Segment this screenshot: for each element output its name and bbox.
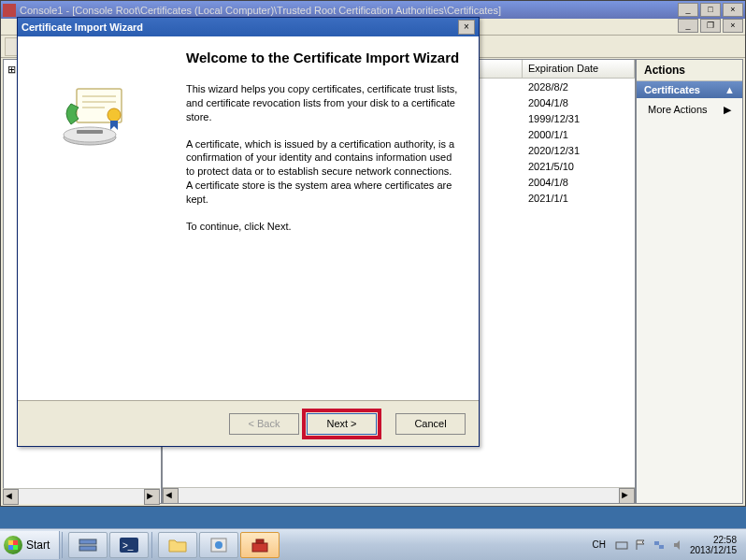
back-button: < Back: [229, 413, 299, 435]
taskbar-pinned-powershell[interactable]: >_: [109, 532, 149, 558]
svg-rect-17: [654, 541, 659, 545]
language-indicator[interactable]: CH: [588, 538, 609, 552]
system-tray: CH 22:58 2013/12/15: [582, 529, 746, 560]
start-button[interactable]: Start: [0, 531, 60, 559]
actions-category[interactable]: Certificates ▲: [637, 81, 742, 98]
cancel-button[interactable]: Cancel: [395, 413, 466, 435]
chevron-up-icon: ▲: [724, 84, 735, 95]
toolbox-icon: [250, 537, 270, 553]
svg-point-6: [64, 127, 116, 142]
taskbar-separator: [62, 532, 65, 558]
svg-point-13: [215, 541, 222, 549]
actions-category-label: Certificates: [644, 84, 700, 95]
clock-time: 22:58: [690, 535, 737, 545]
svg-rect-18: [659, 545, 664, 549]
wizard-button-row: < Back Next > Cancel: [18, 401, 479, 446]
taskbar-pinned-server-manager[interactable]: [68, 532, 108, 558]
taskbar-app-mmc[interactable]: [199, 532, 238, 558]
maximize-button[interactable]: □: [700, 3, 721, 17]
scroll-right-button[interactable]: ►: [619, 488, 635, 504]
scroll-track[interactable]: [19, 489, 144, 504]
svg-text:>_: >_: [122, 540, 134, 551]
more-actions-item[interactable]: More Actions ▶: [637, 98, 742, 122]
more-actions-label: More Actions: [648, 104, 708, 116]
actions-pane: Actions Certificates ▲ More Actions ▶: [636, 59, 743, 504]
taskbar-separator: [151, 532, 155, 558]
windows-logo-icon: [4, 536, 22, 554]
server-icon: [78, 537, 98, 553]
svg-rect-16: [616, 542, 627, 549]
certificate-icon: [50, 83, 135, 158]
start-label: Start: [26, 538, 50, 552]
svg-rect-15: [256, 539, 264, 543]
minimize-button[interactable]: _: [678, 3, 698, 17]
wizard-sidebar: [18, 36, 167, 400]
scroll-left-button[interactable]: ◄: [163, 488, 179, 504]
network-icon[interactable]: [653, 538, 666, 552]
next-button[interactable]: Next >: [307, 413, 377, 435]
svg-rect-8: [79, 539, 96, 544]
svg-rect-7: [77, 130, 103, 134]
mdi-restore-button[interactable]: ❐: [700, 19, 721, 33]
wizard-close-button[interactable]: ×: [458, 20, 475, 35]
powershell-icon: >_: [119, 537, 139, 553]
folder-icon: [167, 537, 188, 553]
scroll-track[interactable]: [179, 488, 619, 503]
scroll-left-button[interactable]: ◄: [3, 489, 19, 504]
mdi-minimize-button[interactable]: _: [678, 19, 698, 33]
keyboard-icon[interactable]: [615, 538, 628, 552]
taskbar: Start >_ CH 22:58 2013/12/15: [0, 528, 746, 560]
mmc-app-icon: [3, 4, 16, 17]
wizard-titlebar[interactable]: Certificate Import Wizard ×: [18, 18, 479, 36]
mdi-close-button[interactable]: ×: [723, 19, 743, 33]
wizard-paragraph: To continue, click Next.: [186, 220, 460, 234]
wizard-heading: Welcome to the Certificate Import Wizard: [186, 50, 460, 65]
close-button[interactable]: ×: [723, 3, 743, 17]
wizard-paragraph: A certificate, which is issued by a cert…: [186, 137, 460, 207]
mmc-icon: [208, 537, 229, 553]
svg-point-4: [108, 108, 121, 122]
clock-date: 2013/12/15: [690, 545, 737, 555]
actions-header: Actions: [637, 60, 742, 81]
flag-icon[interactable]: [634, 538, 647, 552]
mmc-title: Console1 - [Console Root\Certificates (L…: [20, 5, 678, 16]
wizard-title: Certificate Import Wizard: [22, 22, 458, 33]
svg-rect-9: [79, 546, 96, 551]
svg-rect-14: [252, 543, 267, 552]
certificate-import-wizard: Certificate Import Wizard × Welcome to t…: [17, 17, 480, 447]
scroll-right-button[interactable]: ►: [144, 489, 160, 504]
taskbar-app-explorer[interactable]: [158, 532, 197, 558]
wizard-paragraph: This wizard helps you copy certificates,…: [186, 82, 460, 124]
clock[interactable]: 22:58 2013/12/15: [690, 535, 740, 555]
chevron-right-icon: ▶: [724, 104, 731, 116]
column-expiration[interactable]: Expiration Date: [523, 60, 635, 78]
volume-icon[interactable]: [671, 538, 684, 552]
wizard-main: Welcome to the Certificate Import Wizard…: [167, 36, 479, 400]
taskbar-app-toolbox[interactable]: [240, 532, 280, 558]
